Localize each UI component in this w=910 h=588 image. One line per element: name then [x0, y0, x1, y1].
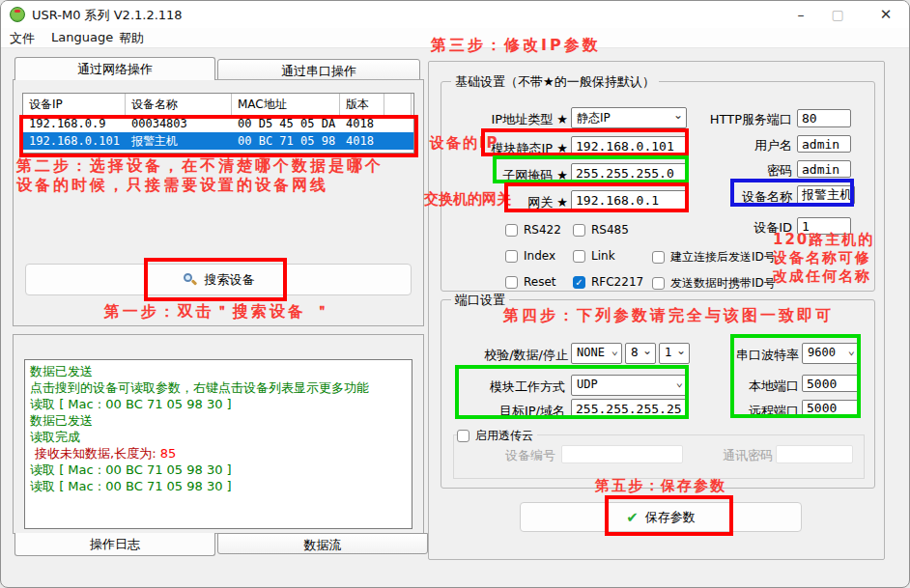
checkbox-box [573, 250, 585, 263]
log-textarea[interactable]: 数据已发送 点击搜到的设备可读取参数，右键点击设备列表显示更多功能 读取 [ M… [24, 359, 412, 529]
checkbox-rfc2217[interactable]: ✓RFC2217 [573, 275, 643, 289]
ip-type-label: IP地址类型 ★ [451, 111, 568, 128]
comm-password-label: 通讯密码 [723, 447, 773, 464]
gateway-annotation: 交换机的网关 [424, 190, 511, 209]
maximize-button[interactable]: ▢ [818, 1, 857, 28]
step2-annotation-line2: 设备的时候，只接需要设置的设备网线 [16, 176, 328, 196]
port-settings-group: 端口设置 第四步：下列参数请完全与该图一致即可 校验/数据/停止 NONE⌄ 8… [441, 299, 875, 489]
databits-select[interactable]: 8⌄ [625, 343, 656, 364]
title-bar: USR-M0 系列 V2.1.2.118 – ▢ ✕ [1, 1, 909, 28]
subnet-mask-label: 子网掩码 ★ [451, 167, 568, 184]
menu-language[interactable]: Language [51, 30, 113, 44]
cell-mac: 00 BC 71 05 98 30 [232, 134, 340, 148]
log-line: 读取完成 [30, 429, 407, 445]
log-panel: 数据已发送 点击搜到的设备可读取参数，右键点击设备列表显示更多功能 读取 [ M… [13, 334, 424, 561]
save-params-button[interactable]: ✔ 保存参数 [520, 502, 802, 532]
device-number-label: 设备编号 [505, 447, 555, 464]
comm-password-input[interactable] [776, 445, 853, 463]
col-header-ip[interactable]: 设备IP [23, 94, 126, 115]
tab-data-stream[interactable]: 数据流 [217, 533, 428, 554]
gateway-input[interactable] [571, 190, 687, 210]
device-number-input[interactable] [561, 445, 683, 463]
device-name-label: 设备名称 [683, 188, 792, 206]
cell-ip: 192.168.0.9 [23, 117, 126, 130]
checkbox-rs422[interactable]: RS422 [505, 223, 561, 237]
http-port-label: HTTP服务端口 [683, 111, 792, 128]
baud-rate-select[interactable]: 9600⌄ [802, 343, 859, 364]
table-header-row: 设备IP 设备名称 MAC地址 版本 [23, 94, 413, 116]
log-line: 读取 [ Mac : 00 BC 71 05 98 30 ] [30, 478, 407, 494]
local-port-label: 本地端口 [729, 378, 799, 395]
search-device-button[interactable]: 搜索设备 [25, 264, 412, 295]
checkbox-send-id-on-connect[interactable]: 建立连接后发送ID号 [652, 249, 776, 266]
port-settings-legend: 端口设置 [451, 292, 509, 309]
username-label: 用户名 [683, 137, 792, 154]
menu-help[interactable]: 帮助 [119, 30, 144, 47]
log-line-warning: 接收未知数据,长度为: 85 [30, 445, 407, 462]
checkbox-rs485[interactable]: RS485 [573, 223, 629, 237]
menu-file[interactable]: 文件 [10, 30, 35, 47]
note-annotation-line2: 设备名称可修 [773, 249, 871, 267]
parity-label: 校验/数据/停止 [451, 347, 568, 364]
step3-annotation: 第三步：修改IP参数 [431, 36, 601, 56]
ip-type-select[interactable]: 静态IP⌄ [571, 107, 687, 128]
window-title: USR-M0 系列 V2.1.2.118 [32, 7, 183, 24]
close-button[interactable]: ✕ [867, 1, 905, 28]
cell-ver: 4018 [340, 117, 384, 130]
checkbox-box [505, 250, 518, 263]
search-button-label: 搜索设备 [205, 271, 255, 289]
col-header-ver[interactable]: 版本 [340, 94, 384, 115]
app-icon [10, 7, 25, 22]
baud-rate-label: 串口波特率 [729, 347, 799, 364]
save-button-label: 保存参数 [645, 509, 696, 526]
checkbox-box-checked: ✓ [573, 276, 585, 289]
checkbox-cloud[interactable]: 启用透传云 [457, 428, 537, 444]
username-input[interactable] [797, 135, 851, 153]
minimize-button[interactable]: – [782, 1, 820, 28]
check-icon: ✔ [626, 509, 639, 526]
col-header-mac[interactable]: MAC地址 [232, 94, 340, 115]
tab-serial[interactable]: 通过串口操作 [217, 59, 420, 80]
stopbits-select[interactable]: 1⌄ [659, 343, 690, 364]
cell-ip: 192.168.0.101 [23, 134, 126, 148]
table-row-selected[interactable]: 192.168.0.101 报警主机 00 BC 71 05 98 30 401… [23, 132, 413, 150]
checkbox-box [652, 251, 665, 264]
cell-name: 报警主机 [126, 133, 232, 150]
log-line: 数据已发送 [30, 363, 407, 379]
checkbox-send-id-with-data[interactable]: 发送数据时携带ID号 [652, 275, 776, 292]
checkbox-box [505, 224, 518, 237]
device-name-input[interactable] [797, 185, 855, 205]
col-header-name[interactable]: 设备名称 [126, 94, 232, 115]
remote-port-input[interactable] [802, 400, 859, 417]
checkbox-reset[interactable]: Reset [505, 275, 556, 289]
log-line: 点击搜到的设备可读取参数，右键点击设备列表显示更多功能 [30, 379, 407, 396]
checkbox-box [652, 277, 665, 290]
password-label: 密码 [683, 162, 792, 180]
log-line: 数据已发送 [30, 412, 407, 429]
checkbox-index[interactable]: Index [505, 249, 555, 263]
tab-network[interactable]: 通过网络操作 [14, 57, 215, 80]
cell-name: 00034803 [126, 117, 232, 130]
step4-annotation: 第四步：下列参数请完全与该图一致即可 [503, 306, 834, 326]
password-input[interactable] [797, 160, 851, 178]
network-panel: 通过网络操作 通过串口操作 设备IP 设备名称 MAC地址 版本 192.168… [13, 57, 424, 326]
tab-operation-log[interactable]: 操作日志 [14, 533, 215, 556]
static-ip-input[interactable] [571, 136, 687, 156]
remote-port-label: 远程端口 [729, 403, 799, 420]
cell-mac: 00 D5 45 05 DA D0 [232, 117, 340, 130]
subnet-mask-input[interactable] [571, 163, 687, 183]
local-port-input[interactable] [802, 375, 859, 392]
work-mode-select[interactable]: UDP⌄ [571, 375, 687, 396]
step1-annotation: 第一步：双击＂搜索设备 ＂ [13, 302, 424, 322]
app-window: USR-M0 系列 V2.1.2.118 – ▢ ✕ 文件 Language 帮… [0, 0, 910, 588]
http-port-input[interactable] [797, 109, 851, 127]
parity-select[interactable]: NONE⌄ [571, 343, 622, 364]
device-ip-annotation: 设备的IP [430, 134, 499, 153]
log-line: 读取 [ Mac : 00 BC 71 05 98 30 ] [30, 396, 407, 412]
basic-settings-legend: 基础设置（不带★的一般保持默认） [451, 73, 659, 91]
step5-annotation: 第五步：保存参数 [595, 477, 726, 495]
target-ip-input[interactable] [571, 399, 687, 418]
table-row[interactable]: 192.168.0.9 00034803 00 D5 45 05 DA D0 4… [23, 115, 413, 132]
cell-ver: 4018 [340, 134, 384, 148]
checkbox-link[interactable]: Link [573, 249, 615, 263]
